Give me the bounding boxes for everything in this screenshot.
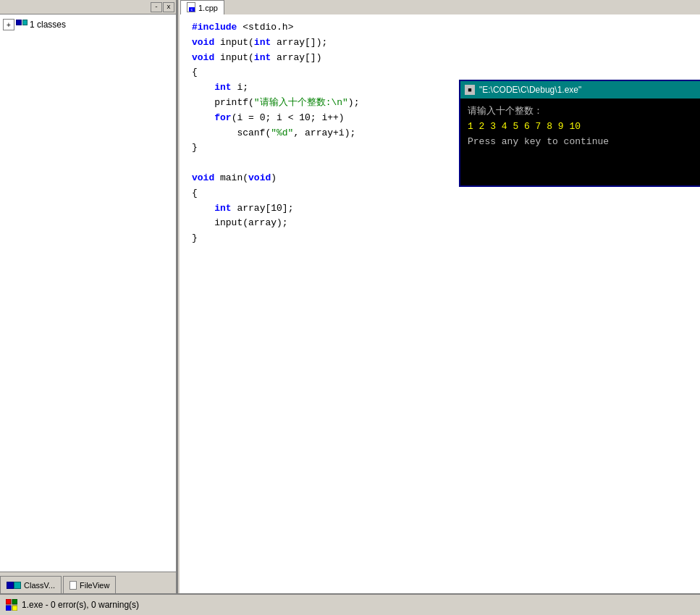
tab-fileview[interactable]: FileView [63,576,116,593]
code-line-14: input(array); [192,216,688,231]
console-content: 请输入十个整数： 1 2 3 4 5 6 7 8 9 10 Press any … [460,99,700,185]
code-line-4: { [192,65,688,80]
fileview-tab-label: FileView [80,581,109,590]
code-line-12: { [192,186,688,201]
cpp-file-icon: c [187,2,195,14]
console-line2: 1 2 3 4 5 6 7 8 9 10 [468,120,696,135]
status-bar: 1.exe - 0 error(s), 0 warning(s) [0,593,700,615]
classes-icon [16,20,28,30]
code-line-15: } [192,231,688,246]
svg-rect-0 [6,599,11,604]
classview-tab-icon [7,582,21,589]
minimize-button[interactable]: - [151,2,162,12]
status-message: 1.exe - 0 error(s), 0 warning(s) [22,600,139,610]
content-area: - x + 1 classes [0,0,700,593]
code-line-3: void input(int array[]) [192,51,688,66]
status-icon [6,599,17,611]
code-line-2: void input(int array[]); [192,35,688,51]
code-line-1: #include <stdio.h> [192,20,688,35]
main-container: - x + 1 classes [0,0,700,615]
editor-tab-bar: c 1.cpp [180,0,700,14]
console-title-icon: ■ [465,85,475,95]
console-title-text: "E:\CODE\C\Debug\1.exe" [479,85,581,95]
editor-tab-label: 1.cpp [198,4,218,12]
console-line1: 请输入十个整数： [468,104,696,120]
console-window[interactable]: ■ "E:\CODE\C\Debug\1.exe" 请输入十个整数： 1 2 3… [459,80,700,187]
left-panel-toolbar: - x [0,0,176,14]
editor-panel: c 1.cpp #include <stdio.h> void input(in… [180,0,700,593]
code-line-13: int array[10]; [192,201,688,217]
close-button[interactable]: x [163,2,174,12]
tree-root-label: 1 classes [30,20,66,30]
tab-classview[interactable]: ClassV... [0,576,62,593]
class-tree: + 1 classes [0,14,176,572]
svg-rect-1 [12,599,17,604]
left-panel-tabs: ClassV... FileView [0,572,176,593]
editor-tab-cpp[interactable]: c 1.cpp [180,0,224,14]
fileview-tab-icon [69,581,77,590]
console-titlebar: ■ "E:\CODE\C\Debug\1.exe" [460,81,700,99]
svg-rect-3 [12,606,17,611]
classview-tab-label: ClassV... [24,581,55,590]
left-panel: - x + 1 classes [0,0,177,593]
tree-root-item[interactable]: + 1 classes [3,17,173,32]
svg-rect-2 [6,606,11,611]
expand-icon[interactable]: + [3,19,14,30]
console-line3: Press any key to continue [468,135,696,150]
